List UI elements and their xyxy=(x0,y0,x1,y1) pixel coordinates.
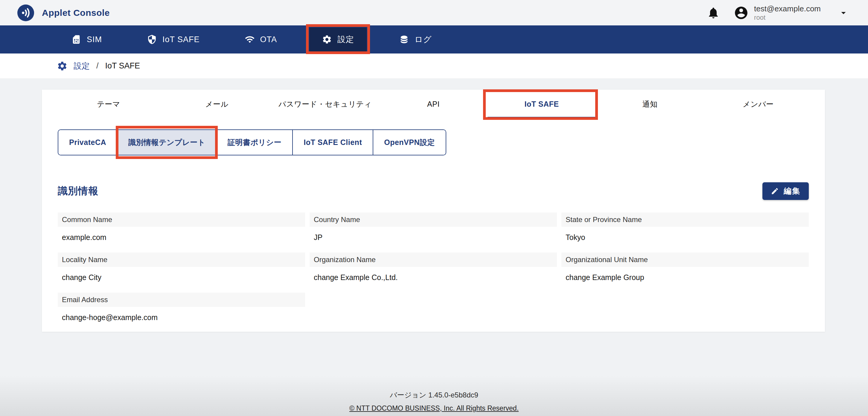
nav-label: IoT SAFE xyxy=(162,35,200,44)
nav-label: 設定 xyxy=(337,34,354,45)
nav-item-settings[interactable]: 設定 xyxy=(309,28,367,51)
field-value: change Example Co.,Ltd. xyxy=(310,273,557,282)
pencil-icon xyxy=(771,187,779,195)
subtab-label: 証明書ポリシー xyxy=(228,137,281,147)
iot-safe-subtabs: PrivateCA 識別情報テンプレート 証明書ポリシー IoT SAFE Cl… xyxy=(58,129,446,155)
user-menu[interactable]: test@example.com root xyxy=(734,4,849,22)
tab-mail[interactable]: メール xyxy=(163,90,271,119)
tab-members[interactable]: メンバー xyxy=(704,90,812,119)
subtab-certificate-policy[interactable]: 証明書ポリシー xyxy=(217,130,293,155)
field-label: Email Address xyxy=(58,292,305,307)
field-organization-name: Organization Name change Example Co.,Ltd… xyxy=(310,252,557,282)
notifications-button[interactable] xyxy=(707,6,720,20)
nav-item-ota[interactable]: OTA xyxy=(232,28,290,51)
card-content: PrivateCA 識別情報テンプレート 証明書ポリシー IoT SAFE Cl… xyxy=(42,119,825,322)
subtab-label: OpenVPN設定 xyxy=(384,137,435,147)
field-state-or-province-name: State or Province Name Tokyo xyxy=(561,212,809,242)
settings-tabs: テーマ メール パスワード・セキュリティ API IoT SAFE 通知 メンバ… xyxy=(55,90,812,119)
main-nav: SIM IoT SAFE OTA 設定 ログ xyxy=(0,25,868,54)
field-value: change City xyxy=(58,273,305,282)
tab-label: テーマ xyxy=(97,99,120,109)
tab-label: メンバー xyxy=(743,99,774,109)
field-organizational-unit-name: Organizational Unit Name change Example … xyxy=(561,252,809,282)
breadcrumb-section-label: 設定 xyxy=(73,61,90,71)
wifi-icon xyxy=(245,34,255,44)
footer: バージョン 1.45.0-e5b8dc9 © NTT DOCOMO BUSINE… xyxy=(0,390,868,412)
section-header: 識別情報 編集 xyxy=(58,182,809,200)
tab-label: パスワード・セキュリティ xyxy=(278,99,372,109)
tab-notifications[interactable]: 通知 xyxy=(596,90,704,119)
tab-label: メール xyxy=(205,99,228,109)
tab-api[interactable]: API xyxy=(379,90,488,119)
edit-button-label: 編集 xyxy=(784,186,800,196)
user-email: test@example.com xyxy=(754,4,821,14)
edit-button[interactable]: 編集 xyxy=(763,182,809,200)
field-locality-name: Locality Name change City xyxy=(58,252,305,282)
field-label: Common Name xyxy=(58,212,305,227)
tab-label: 通知 xyxy=(643,99,658,109)
field-label: State or Province Name xyxy=(561,212,809,227)
page-body: テーマ メール パスワード・セキュリティ API IoT SAFE 通知 メンバ… xyxy=(0,78,868,416)
subtab-label: 識別情報テンプレート xyxy=(128,137,206,147)
gear-icon xyxy=(57,61,68,71)
user-info: test@example.com root xyxy=(754,4,821,22)
field-value: example.com xyxy=(58,233,305,242)
section-title: 識別情報 xyxy=(58,184,98,198)
user-role: root xyxy=(754,13,766,22)
field-email-address: Email Address change-hoge@example.com xyxy=(58,292,305,322)
subtab-label: PrivateCA xyxy=(69,138,106,147)
field-value: Tokyo xyxy=(561,233,809,242)
tab-label: API xyxy=(427,100,440,108)
tab-label: IoT SAFE xyxy=(524,100,559,108)
subtab-iot-safe-client[interactable]: IoT SAFE Client xyxy=(293,130,373,155)
field-value: change-hoge@example.com xyxy=(58,313,305,322)
nav-item-iot-safe[interactable]: IoT SAFE xyxy=(134,28,212,51)
nav-label: OTA xyxy=(260,35,277,44)
active-tab-underline xyxy=(488,117,596,119)
tab-iot-safe[interactable]: IoT SAFE xyxy=(488,90,596,119)
database-icon xyxy=(399,34,409,44)
tab-theme[interactable]: テーマ xyxy=(55,90,163,119)
field-label: Organization Name xyxy=(310,252,557,267)
version-text: バージョン 1.45.0-e5b8dc9 xyxy=(390,390,478,400)
sim-card-icon xyxy=(71,34,81,44)
bell-icon xyxy=(707,6,720,20)
field-common-name: Common Name example.com xyxy=(58,212,305,242)
field-label: Country Name xyxy=(310,212,557,227)
breadcrumb-current-page: IoT SAFE xyxy=(105,61,140,71)
field-value: change Example Group xyxy=(561,273,809,282)
copyright-link[interactable]: © NTT DOCOMO BUSINESS, Inc. All Rights R… xyxy=(349,404,519,412)
nav-label: SIM xyxy=(87,35,102,44)
subtab-private-ca[interactable]: PrivateCA xyxy=(58,130,118,155)
avatar-icon xyxy=(734,5,749,20)
subtab-label: IoT SAFE Client xyxy=(304,138,362,147)
chevron-down-icon xyxy=(838,7,849,18)
gear-icon xyxy=(322,34,332,44)
subtab-openvpn-settings[interactable]: OpenVPN設定 xyxy=(373,130,446,155)
nav-item-logs[interactable]: ログ xyxy=(386,28,444,51)
tab-password-security[interactable]: パスワード・セキュリティ xyxy=(271,90,379,119)
breadcrumb-separator: / xyxy=(96,61,99,71)
field-label: Organizational Unit Name xyxy=(561,252,809,267)
identity-fields: Common Name example.com Country Name JP … xyxy=(58,212,809,322)
topbar: Applet Console test@example.com root xyxy=(0,0,868,25)
field-value: JP xyxy=(310,233,557,242)
field-label: Locality Name xyxy=(58,252,305,267)
nav-item-sim[interactable]: SIM xyxy=(59,28,115,51)
app-logo-contactless-icon xyxy=(17,4,34,21)
settings-card: テーマ メール パスワード・セキュリティ API IoT SAFE 通知 メンバ… xyxy=(42,90,825,332)
shield-icon xyxy=(147,34,157,44)
nav-label: ログ xyxy=(414,34,432,45)
app-title: Applet Console xyxy=(42,8,110,18)
subtab-identity-template[interactable]: 識別情報テンプレート xyxy=(118,130,217,155)
field-country-name: Country Name JP xyxy=(310,212,557,242)
breadcrumb-settings-link[interactable]: 設定 xyxy=(57,61,90,71)
breadcrumb: 設定 / IoT SAFE xyxy=(0,54,868,78)
